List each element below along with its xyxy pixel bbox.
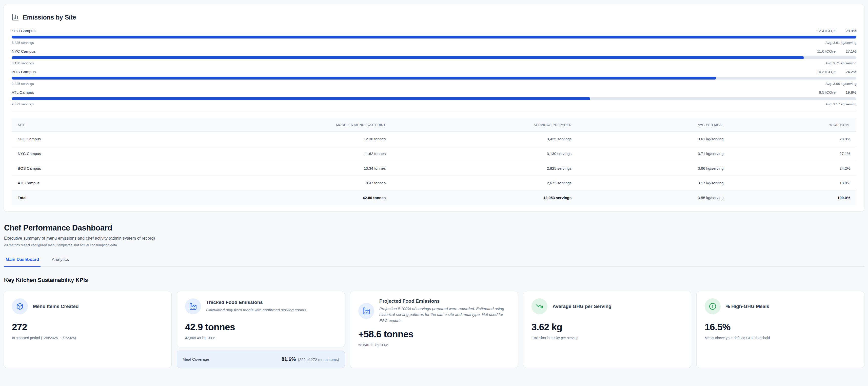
trending-down-icon bbox=[536, 303, 543, 310]
site-servings: 3,130 servings bbox=[12, 61, 34, 65]
site-emissions-pct: 28.9% bbox=[844, 29, 856, 33]
bar-chart-icon bbox=[12, 13, 19, 21]
page-subtitle: Executive summary of menu emissions and … bbox=[4, 236, 864, 241]
bar-fill bbox=[12, 56, 804, 59]
bar-track bbox=[12, 56, 856, 59]
table-row: SFO Campus 12.36 tonnes 3,425 servings 3… bbox=[12, 132, 856, 146]
cell-avg: 3.17 kg/serving bbox=[578, 176, 730, 190]
total-servings: 12,053 servings bbox=[392, 190, 578, 205]
cell-avg: 3.71 kg/serving bbox=[578, 146, 730, 161]
kpi-title: Average GHG per Serving bbox=[553, 304, 612, 309]
dashboard-tabs: Main Dashboard Analytics bbox=[4, 257, 864, 267]
page-note: All metrics reflect configured menu temp… bbox=[4, 243, 864, 247]
kpi-title: % High-GHG Meals bbox=[726, 304, 769, 309]
kpi-title: Tracked Food Emissions bbox=[206, 300, 307, 305]
kpi-title: Menu Items Created bbox=[33, 304, 79, 309]
kpi-subtext: 42,868.49 kg CO₂e bbox=[185, 336, 337, 340]
factory-icon bbox=[363, 307, 370, 315]
page-title: Chef Performance Dashboard bbox=[4, 224, 864, 233]
total-pct: 100.0% bbox=[730, 190, 856, 205]
kpi-subtext: Emission intensity per serving bbox=[531, 336, 683, 340]
bar-track bbox=[12, 77, 856, 80]
cell-footprint: 11.62 tonnes bbox=[197, 146, 392, 161]
site-emissions-value: 8.5 tCO₂e bbox=[819, 90, 836, 94]
dashboard-page: Emissions by Site SFO Campus 12.4 tCO₂e … bbox=[0, 0, 868, 368]
kpi-card-average-ghg-per-serving: Average GHG per Serving 3.62 kg Emission… bbox=[523, 291, 691, 368]
table-row: ATL Campus 8.47 tonnes 2,673 servings 3.… bbox=[12, 176, 856, 190]
site-emissions-pct: 24.2% bbox=[844, 70, 856, 74]
site-label: NYC Campus bbox=[12, 49, 36, 54]
cell-pct: 24.2% bbox=[730, 161, 856, 176]
cell-avg: 3.61 kg/serving bbox=[578, 132, 730, 146]
cell-footprint: 10.34 tonnes bbox=[197, 161, 392, 176]
meal-coverage-detail: (222 of 272 menu items) bbox=[298, 357, 339, 362]
site-avg: Avg: 3.71 kg/serving bbox=[826, 61, 856, 65]
cell-pct: 19.8% bbox=[730, 176, 856, 190]
site-emissions-pct: 19.8% bbox=[844, 90, 856, 94]
cell-footprint: 12.36 tonnes bbox=[197, 132, 392, 146]
emissions-card-header: Emissions by Site bbox=[12, 13, 856, 21]
kpi-icon-circle bbox=[12, 298, 28, 314]
col-header-footprint: MODELED MENU FOOTPRINT bbox=[197, 118, 392, 132]
site-bar-row: ATL Campus 8.5 tCO₂e 19.8% 2,673 serving… bbox=[12, 90, 856, 106]
kpi-value: 3.62 kg bbox=[531, 322, 683, 332]
tab-main-dashboard[interactable]: Main Dashboard bbox=[4, 257, 40, 267]
emissions-table: SITE MODELED MENU FOOTPRINT SERVINGS PRE… bbox=[12, 118, 856, 205]
kpi-description: Calculated only from meals with confirme… bbox=[206, 307, 307, 313]
alert-circle-icon bbox=[709, 303, 716, 310]
kpi-section-title: Key Kitchen Sustainability KPIs bbox=[4, 277, 864, 284]
bar-fill bbox=[12, 36, 856, 38]
emissions-by-site-card: Emissions by Site SFO Campus 12.4 tCO₂e … bbox=[4, 4, 864, 212]
cell-avg: 3.66 kg/serving bbox=[578, 161, 730, 176]
cell-pct: 27.1% bbox=[730, 146, 856, 161]
box-icon bbox=[16, 303, 24, 310]
kpi-value: 16.5% bbox=[705, 322, 856, 332]
site-servings: 2,825 servings bbox=[12, 82, 34, 86]
kpi-icon-circle bbox=[705, 298, 721, 314]
kpi-value: 42.9 tonnes bbox=[185, 322, 337, 332]
site-label: SFO Campus bbox=[12, 29, 35, 33]
cell-servings: 3,425 servings bbox=[392, 132, 578, 146]
total-label: Total bbox=[12, 190, 197, 205]
total-footprint: 42.80 tonnes bbox=[197, 190, 392, 205]
meal-coverage-label: Meal Coverage bbox=[183, 357, 209, 362]
site-servings: 2,673 servings bbox=[12, 102, 34, 106]
page-header: Chef Performance Dashboard Executive sum… bbox=[4, 224, 864, 247]
divider bbox=[12, 111, 856, 112]
site-label: BOS Campus bbox=[12, 70, 36, 74]
site-avg: Avg: 3.66 kg/serving bbox=[826, 82, 856, 86]
table-row: NYC Campus 11.62 tonnes 3,130 servings 3… bbox=[12, 146, 856, 161]
cell-site: BOS Campus bbox=[12, 161, 197, 176]
site-emissions-value: 10.3 tCO₂e bbox=[817, 70, 836, 74]
meal-coverage-value: 81.6% bbox=[282, 356, 296, 362]
site-bar-row: SFO Campus 12.4 tCO₂e 28.9% 3,425 servin… bbox=[12, 29, 856, 44]
bar-fill bbox=[12, 77, 716, 80]
kpi-subtext: In selected period (12/8/2025 - 1/7/2026… bbox=[12, 336, 163, 340]
kpi-value: +58.6 tonnes bbox=[358, 329, 510, 340]
kpi-subtext: Meals above your defined GHG threshold bbox=[705, 336, 856, 340]
bar-track bbox=[12, 36, 856, 38]
col-header-pct: % OF TOTAL bbox=[730, 118, 856, 132]
site-emissions-pct: 27.1% bbox=[844, 49, 856, 54]
tab-analytics[interactable]: Analytics bbox=[50, 257, 70, 267]
table-header-row: SITE MODELED MENU FOOTPRINT SERVINGS PRE… bbox=[12, 118, 856, 132]
kpi-card-projected-food-emissions: Projected Food Emissions Projection if 1… bbox=[350, 291, 518, 368]
factory-icon bbox=[189, 303, 197, 310]
cell-pct: 28.9% bbox=[730, 132, 856, 146]
col-header-avg: AVG PER MEAL bbox=[578, 118, 730, 132]
cell-site: NYC Campus bbox=[12, 146, 197, 161]
kpi-description: Projection if 100% of servings prepared … bbox=[379, 306, 510, 323]
bar-fill bbox=[12, 97, 590, 100]
cell-servings: 3,130 servings bbox=[392, 146, 578, 161]
kpi-icon-circle bbox=[185, 298, 201, 314]
kpi-card-tracked-food-emissions: Tracked Food Emissions Calculated only f… bbox=[177, 291, 345, 347]
site-bar-row: BOS Campus 10.3 tCO₂e 24.2% 2,825 servin… bbox=[12, 70, 856, 86]
site-label: ATL Campus bbox=[12, 90, 34, 95]
table-row: BOS Campus 10.34 tonnes 2,825 servings 3… bbox=[12, 161, 856, 176]
col-header-site: SITE bbox=[12, 118, 197, 132]
site-emissions-value: 11.6 tCO₂e bbox=[817, 49, 836, 54]
kpi-icon-circle bbox=[531, 298, 548, 314]
site-bar-row: NYC Campus 11.6 tCO₂e 27.1% 3,130 servin… bbox=[12, 49, 856, 65]
emissions-card-title: Emissions by Site bbox=[23, 14, 76, 21]
total-avg: 3.55 kg/serving bbox=[578, 190, 730, 205]
